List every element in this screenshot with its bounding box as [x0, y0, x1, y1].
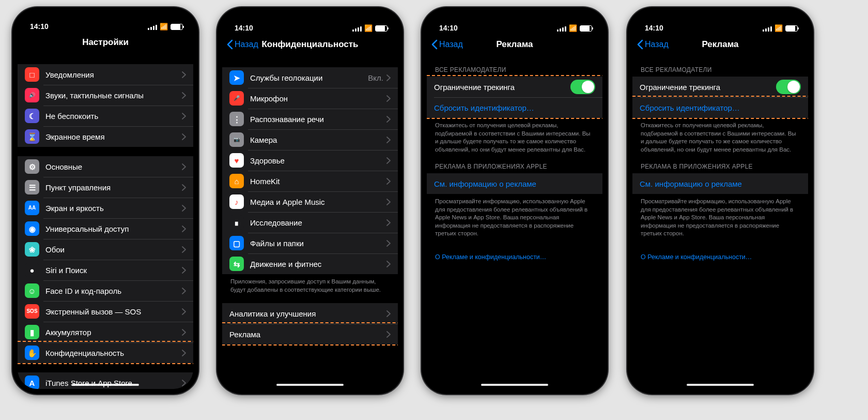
toggle-switch[interactable] — [570, 80, 595, 94]
content[interactable]: ➤Службы геолокацииВкл.🎤Микрофон⋮Распозна… — [222, 56, 398, 389]
chevron-icon — [386, 74, 391, 81]
reset-identifier-row[interactable]: Сбросить идентификатор… — [632, 97, 808, 118]
reset-identifier-row[interactable]: Сбросить идентификатор… — [427, 97, 602, 118]
settings-row[interactable]: AiTunes Store и App Store — [18, 372, 193, 389]
status-indicators: 📶 — [763, 24, 798, 32]
toggle-switch[interactable] — [776, 80, 801, 94]
content[interactable]: ВСЕ РЕКЛАМОДАТЕЛИОграничение трекингаСбр… — [427, 56, 602, 389]
section-header: ВСЕ РЕКЛАМОДАТЕЛИ — [632, 66, 808, 77]
status-time: 14:10 — [235, 24, 253, 32]
chevron-icon — [182, 380, 186, 386]
signal-icon — [352, 25, 362, 32]
status-time: 14:10 — [30, 22, 49, 31]
page-title: Реклама — [496, 39, 533, 50]
settings-row[interactable]: ◉Универсальный доступ — [18, 218, 193, 239]
settings-row[interactable]: Аналитика и улучшения — [222, 303, 398, 324]
content[interactable]: ВСЕ РЕКЛАМОДАТЕЛИОграничение трекингаСбр… — [632, 56, 808, 389]
settings-row[interactable]: 📷Камера — [222, 129, 398, 150]
signal-icon — [557, 25, 566, 32]
settings-row[interactable]: 🎤Микрофон — [222, 88, 398, 109]
appstore-icon: A — [25, 376, 39, 389]
signal-icon — [148, 24, 157, 30]
settings-row[interactable]: ⌂HomeKit — [222, 171, 398, 191]
row-label: Аккумулятор — [45, 328, 182, 337]
row-label: Аналитика и улучшения — [229, 309, 386, 318]
settings-row[interactable]: ▢Файлы и папки — [222, 233, 398, 253]
settings-row[interactable]: ❀Обои — [18, 239, 193, 260]
page-title: Конфиденциальность — [261, 39, 358, 50]
status-indicators: 📶 — [557, 24, 592, 32]
back-button[interactable]: Назад — [637, 33, 669, 56]
settings-row[interactable]: ✋Конфиденциальность — [18, 342, 193, 363]
settings-row[interactable]: Реклама — [222, 324, 398, 344]
row-label: Реклама — [229, 330, 386, 339]
back-button[interactable]: Назад — [226, 33, 258, 56]
back-label: Назад — [645, 40, 669, 49]
battery-icon — [785, 25, 798, 32]
chevron-icon — [386, 240, 391, 247]
settings-row[interactable]: ➤Службы геолокацииВкл. — [222, 67, 398, 88]
settings-row[interactable]: ⌛Экранное время — [18, 126, 193, 147]
row-label: См. информацию о рекламе — [640, 179, 801, 188]
settings-row[interactable]: ●Siri и Поиск — [18, 260, 193, 280]
back-label: Назад — [439, 40, 463, 49]
settings-row[interactable]: 🔊Звуки, тактильные сигналы — [18, 85, 193, 106]
back-label: Назад — [235, 40, 258, 49]
chevron-icon — [386, 310, 391, 317]
chevron-icon — [182, 329, 186, 336]
chevron-icon — [386, 219, 391, 226]
row-label: Здоровье — [250, 156, 386, 165]
settings-row[interactable]: ☰Пункт управления — [18, 177, 193, 198]
settings-row[interactable]: AAЭкран и яркость — [18, 198, 193, 218]
row-label: См. информацию о рекламе — [434, 179, 595, 188]
settings-row[interactable]: ⚙Основные — [18, 156, 193, 177]
section-header: РЕКЛАМА В ПРИЛОЖЕНИЯХ APPLE — [427, 163, 602, 173]
chevron-icon — [386, 199, 391, 205]
settings-row[interactable]: ⋮Распознавание речи — [222, 109, 398, 129]
chevron-icon — [182, 246, 186, 253]
content[interactable]: □Уведомления🔊Звуки, тактильные сигналы☾Н… — [18, 53, 193, 389]
research-icon: ∎ — [229, 215, 244, 230]
ad-info-row[interactable]: См. информацию о рекламе — [427, 173, 602, 194]
settings-row[interactable]: ♥Здоровье — [222, 150, 398, 171]
row-label: Микрофон — [250, 94, 386, 103]
settings-row[interactable]: SOSЭкстренный вызов — SOS — [18, 301, 193, 322]
accessibility-icon: ◉ — [25, 221, 39, 236]
page-title: Настройки — [82, 37, 129, 48]
settings-row[interactable]: ☾Не беспокоить — [18, 106, 193, 126]
settings-row[interactable]: ∎Исследование — [222, 212, 398, 233]
back-button[interactable]: Назад — [431, 33, 463, 56]
row-label: Камера — [250, 136, 386, 144]
settings-row[interactable]: ▮Аккумулятор — [18, 322, 193, 342]
page-title: Реклама — [702, 39, 738, 50]
row-label: Face ID и код-пароль — [45, 287, 182, 295]
wallpaper-icon: ❀ — [25, 242, 39, 257]
dnd-icon: ☾ — [25, 109, 39, 123]
section-footer: Просматривайте информацию, использованну… — [427, 194, 602, 238]
row-label: HomeKit — [250, 177, 386, 186]
row-label: Ограничение трекинга — [434, 83, 570, 92]
settings-row[interactable]: ⇆Движение и фитнес — [222, 253, 398, 274]
home-indicator — [687, 384, 754, 386]
control-icon: ☰ — [25, 180, 39, 194]
about-ads-link[interactable]: О Рекламе и конфиденциальности… — [427, 247, 602, 261]
row-label: Siri и Поиск — [45, 266, 182, 275]
ad-info-row[interactable]: См. информацию о рекламе — [632, 173, 808, 194]
limit-tracking-row[interactable]: Ограничение трекинга — [427, 77, 602, 97]
row-label: Экранное время — [45, 132, 182, 141]
row-label: Звуки, тактильные сигналы — [45, 91, 182, 100]
speech-icon: ⋮ — [229, 112, 244, 126]
limit-tracking-row[interactable]: Ограничение трекинга — [632, 77, 808, 97]
chevron-icon — [182, 308, 186, 315]
nav-bar: НазадРеклама — [632, 33, 808, 56]
settings-row[interactable]: ☺Face ID и код-пароль — [18, 280, 193, 301]
row-label: Экстренный вызов — SOS — [45, 307, 182, 316]
settings-row[interactable]: ♪Медиа и Apple Music — [222, 191, 398, 212]
wifi-icon: 📶 — [160, 23, 168, 31]
row-label: Конфиденциальность — [45, 349, 182, 357]
settings-row[interactable]: □Уведомления — [18, 64, 193, 85]
sounds-icon: 🔊 — [25, 88, 39, 102]
signal-icon — [763, 25, 772, 32]
about-ads-link[interactable]: О Рекламе и конфиденциальности… — [632, 247, 808, 261]
chevron-icon — [386, 116, 391, 123]
